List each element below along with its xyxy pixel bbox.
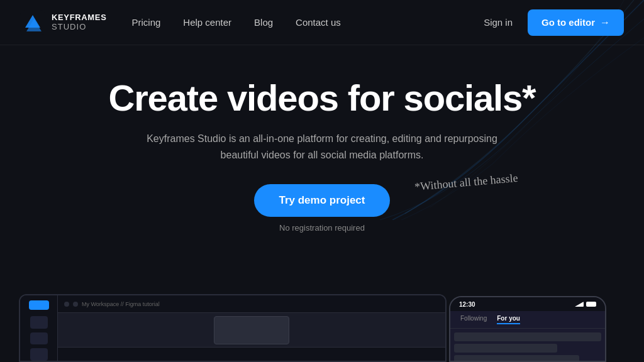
tab-for-you: For you [497, 315, 520, 324]
logo-text: KEYFRAMES STUDIO [52, 13, 106, 31]
no-registration-text: No registration required [279, 223, 365, 233]
laptop-topbar: My Workspace // Figma tutorial [58, 295, 445, 313]
battery-icon [586, 302, 596, 307]
go-to-editor-label: Go to editor [541, 17, 595, 28]
topbar-breadcrumb: My Workspace // Figma tutorial [82, 301, 160, 307]
topbar-dot-1 [64, 302, 69, 307]
nav-left: KEYFRAMES STUDIO Pricing Help center Blo… [20, 10, 341, 35]
feed-item-2 [454, 344, 557, 353]
laptop-mockup: My Workspace // Figma tutorial [19, 294, 447, 362]
hero-headline: Create videos for socials* [108, 78, 535, 118]
nav-link-blog[interactable]: Blog [254, 17, 273, 28]
laptop-inner: My Workspace // Figma tutorial [20, 295, 445, 361]
logo-link[interactable]: KEYFRAMES STUDIO [20, 10, 106, 35]
tab-following: Following [460, 315, 487, 324]
phone-tabs: Following For you [450, 311, 605, 329]
nav-link-help-center[interactable]: Help center [183, 17, 231, 28]
laptop-canvas [58, 313, 445, 347]
wifi-icon [575, 302, 584, 307]
nav-right: Sign in Go to editor → [484, 9, 624, 36]
hero-subtext: Keyframes Studio is an all-in-one platfo… [146, 131, 498, 164]
logo-name-top: KEYFRAMES [52, 13, 106, 22]
phone-status-bar: 12:30 [450, 297, 605, 311]
phone-content: Following For you [450, 311, 605, 362]
canvas-element [214, 316, 289, 344]
nav-link-pricing[interactable]: Pricing [131, 17, 160, 28]
hero-cta: Try demo project No registration require… [254, 184, 391, 233]
nav-links: Pricing Help center Blog Contact us [131, 17, 340, 28]
sidebar-logo [29, 300, 49, 310]
sidebar-icon-2 [30, 332, 48, 345]
topbar-dot-2 [73, 302, 78, 307]
phone-mockup: 12:30 Following For you [449, 296, 606, 362]
phone-time: 12:30 [459, 301, 475, 308]
phone-feed [450, 329, 605, 362]
arrow-icon: → [600, 17, 610, 28]
logo-name-bottom: STUDIO [52, 23, 106, 31]
sidebar-icon-3 [30, 348, 48, 361]
phone-status-icons [575, 302, 596, 307]
laptop-content: My Workspace // Figma tutorial [58, 295, 445, 361]
navbar: KEYFRAMES STUDIO Pricing Help center Blo… [0, 0, 644, 45]
try-demo-button[interactable]: Try demo project [254, 184, 391, 217]
sidebar-icon-1 [30, 316, 48, 329]
logo-icon [20, 10, 45, 35]
sign-in-button[interactable]: Sign in [484, 17, 513, 28]
hero-section: Create videos for socials* Keyframes Stu… [0, 45, 644, 233]
laptop-timeline [58, 347, 445, 361]
go-to-editor-button[interactable]: Go to editor → [528, 9, 624, 36]
feed-item-3 [454, 355, 579, 362]
feed-item-1 [454, 332, 601, 341]
nav-link-contact[interactable]: Contact us [296, 17, 341, 28]
laptop-sidebar [20, 295, 58, 361]
